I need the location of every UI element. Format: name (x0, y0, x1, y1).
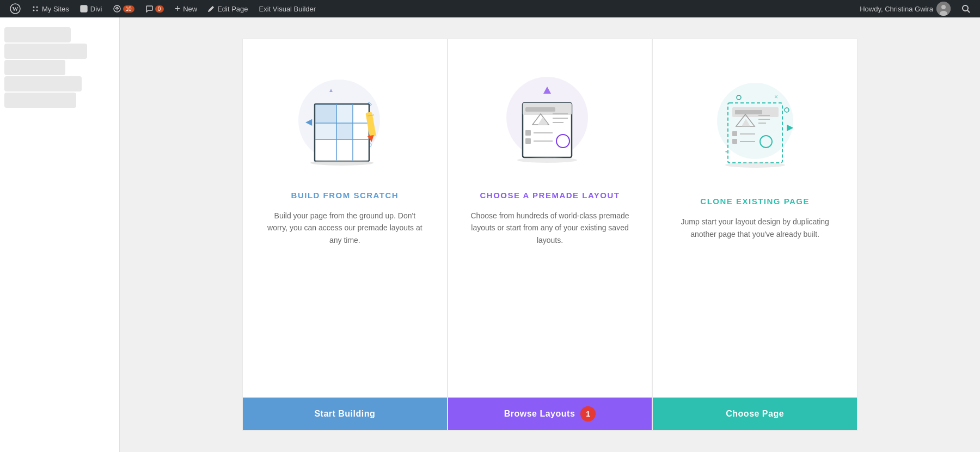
svg-rect-6 (81, 5, 87, 12)
svg-point-31 (310, 160, 373, 166)
svg-rect-71 (732, 139, 737, 144)
user-info[interactable]: Howdy, Christina Gwira (855, 0, 955, 17)
svg-text:◀: ◀ (305, 117, 313, 126)
choose-page-button[interactable]: Choose Page (653, 398, 857, 430)
page-content: + ◇ (120, 17, 980, 452)
build-from-scratch-desc: Build your page from the ground up. Don'… (243, 210, 447, 246)
svg-text:×: × (774, 93, 778, 101)
admin-bar-right: Howdy, Christina Gwira (855, 0, 975, 17)
sidebar (0, 17, 120, 452)
svg-rect-29 (315, 123, 336, 139)
build-from-scratch-card: + ◇ (242, 39, 448, 431)
svg-point-12 (941, 5, 946, 9)
svg-point-14 (963, 5, 968, 11)
comments-menu[interactable]: 0 (141, 0, 168, 17)
svg-text:W: W (13, 5, 19, 12)
main-content: + ◇ (0, 17, 980, 452)
svg-line-15 (967, 10, 970, 13)
svg-rect-69 (732, 131, 737, 136)
svg-rect-27 (315, 104, 336, 123)
choose-premade-layout-desc: Choose from hundreds of world-class prem… (448, 210, 652, 246)
svg-text:•: • (725, 149, 727, 155)
clone-existing-page-illustration: × • ▶ (653, 39, 857, 191)
svg-rect-43 (525, 107, 555, 112)
svg-point-2 (33, 7, 35, 8)
svg-point-74 (725, 162, 785, 168)
search-button[interactable] (957, 0, 975, 17)
admin-bar: W My Sites Divi 10 0 + New Edit Page Exi… (0, 0, 980, 17)
svg-rect-28 (336, 104, 353, 123)
cards-container: + ◇ (242, 39, 857, 431)
svg-text:▶: ▶ (787, 123, 794, 132)
updates-menu[interactable]: 10 (109, 0, 139, 17)
build-from-scratch-illustration: + ◇ (243, 39, 447, 185)
clone-existing-page-desc: Jump start your layout design by duplica… (653, 216, 857, 240)
choose-premade-layout-title: CHOOSE A PREMADE LAYOUT (480, 191, 620, 200)
svg-point-54 (517, 157, 577, 163)
svg-point-4 (33, 10, 35, 11)
choose-premade-layout-illustration: ◇ × (448, 39, 652, 185)
browse-layouts-button[interactable]: Browse Layouts 1 (448, 398, 652, 430)
svg-point-3 (36, 7, 38, 8)
start-building-button[interactable]: Start Building (243, 398, 447, 430)
svg-point-5 (36, 10, 38, 11)
wp-logo[interactable]: W (5, 0, 25, 17)
sidebar-placeholder (0, 23, 119, 112)
svg-rect-63 (735, 110, 762, 114)
clone-existing-page-title: CLONE EXISTING PAGE (700, 197, 810, 206)
svg-rect-51 (525, 138, 531, 144)
exit-visual-builder-link[interactable]: Exit Visual Builder (255, 0, 321, 17)
avatar (936, 2, 951, 16)
browse-layouts-badge: 1 (580, 406, 596, 422)
my-sites-menu[interactable]: My Sites (27, 0, 74, 17)
choose-premade-layout-card: ◇ × (448, 39, 653, 431)
edit-page-link[interactable]: Edit Page (204, 0, 252, 17)
build-from-scratch-title: BUILD FROM SCRATCH (291, 191, 399, 200)
svg-rect-30 (336, 123, 353, 139)
clone-existing-page-card: × • ▶ (652, 39, 857, 431)
divi-menu[interactable]: Divi (76, 0, 107, 17)
new-menu[interactable]: + New (170, 0, 202, 17)
svg-rect-49 (525, 130, 531, 136)
